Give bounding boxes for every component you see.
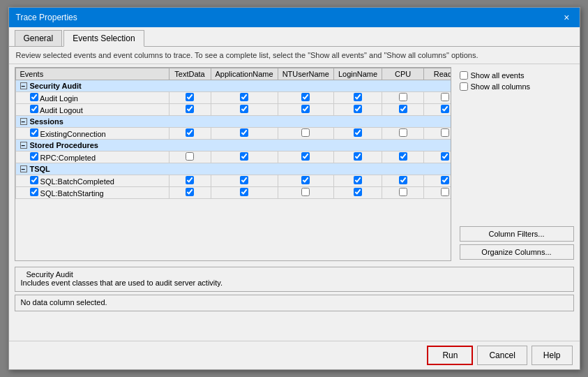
col-checkbox-login[interactable] bbox=[354, 105, 362, 113]
table-row[interactable]: RPC:Completed bbox=[15, 151, 451, 163]
table-row[interactable]: SQL:BatchStarting bbox=[15, 187, 451, 199]
event-checkbox[interactable] bbox=[30, 93, 38, 101]
col-checkbox-appname[interactable] bbox=[240, 128, 248, 137]
col-checkbox-appname[interactable] bbox=[240, 93, 248, 101]
col-checkbox-ntuser[interactable] bbox=[301, 93, 310, 101]
col-header-ntuser: NTUserName bbox=[278, 68, 333, 80]
bottom-panels: Security Audit Includes event classes th… bbox=[9, 264, 580, 341]
col-checkbox-textdata[interactable] bbox=[186, 105, 194, 113]
group-row: −Stored Procedures bbox=[15, 140, 451, 151]
table-row[interactable]: Audit Logout bbox=[15, 104, 451, 116]
col-checkbox-cpu[interactable] bbox=[399, 105, 407, 113]
col-checkbox-reads[interactable] bbox=[441, 188, 449, 196]
group-info-description: Includes event classes that are used to … bbox=[21, 279, 568, 287]
col-checkbox-ntuser[interactable] bbox=[301, 188, 310, 196]
col-checkbox-appname[interactable] bbox=[240, 152, 248, 161]
col-checkbox-login[interactable] bbox=[354, 188, 362, 196]
column-info-text: No data column selected. bbox=[21, 298, 107, 306]
col-checkbox-appname[interactable] bbox=[240, 176, 248, 184]
tab-events-selection[interactable]: Events Selection bbox=[63, 30, 144, 47]
col-checkbox-ntuser[interactable] bbox=[301, 152, 310, 161]
group-collapse-icon[interactable]: − bbox=[20, 165, 27, 172]
events-table: Events TextData ApplicationName NTUserNa… bbox=[15, 68, 451, 199]
organize-columns-button[interactable]: Organize Columns... bbox=[460, 244, 574, 260]
dialog-title: Trace Properties bbox=[16, 13, 77, 22]
col-header-events: Events bbox=[15, 68, 169, 80]
col-checkbox-login[interactable] bbox=[354, 176, 362, 184]
cancel-button[interactable]: Cancel bbox=[477, 346, 527, 365]
col-checkbox-cpu[interactable] bbox=[399, 152, 407, 161]
help-button[interactable]: Help bbox=[532, 346, 573, 365]
event-checkbox[interactable] bbox=[30, 128, 38, 137]
right-checkboxes: Show all events Show all columns bbox=[460, 68, 574, 91]
col-checkbox-cpu[interactable] bbox=[399, 93, 407, 101]
col-header-reads: Reads bbox=[424, 68, 451, 80]
group-info-box: Security Audit Includes event classes th… bbox=[15, 267, 574, 292]
event-checkbox[interactable] bbox=[30, 152, 38, 161]
dialog-buttons: Run Cancel Help bbox=[9, 341, 580, 369]
col-checkbox-ntuser[interactable] bbox=[301, 105, 310, 113]
col-checkbox-textdata[interactable] bbox=[186, 152, 194, 161]
events-table-container[interactable]: Events TextData ApplicationName NTUserNa… bbox=[15, 67, 451, 261]
group-info-title: Security Audit bbox=[24, 270, 568, 279]
show-all-columns-checkbox[interactable] bbox=[460, 82, 468, 91]
group-row: −TSQL bbox=[15, 163, 451, 175]
col-checkbox-ntuser[interactable] bbox=[301, 176, 310, 184]
close-button[interactable]: × bbox=[561, 12, 572, 23]
col-checkbox-appname[interactable] bbox=[240, 188, 248, 196]
col-checkbox-reads[interactable] bbox=[441, 105, 449, 113]
table-row[interactable]: SQL:BatchCompleted bbox=[15, 175, 451, 187]
col-checkbox-textdata[interactable] bbox=[186, 176, 194, 184]
show-all-events-checkbox[interactable] bbox=[460, 71, 468, 80]
tabs-bar: General Events Selection bbox=[9, 27, 580, 47]
col-checkbox-textdata[interactable] bbox=[186, 188, 194, 196]
col-header-login: LoginName bbox=[333, 68, 382, 80]
description-text: Review selected events and event columns… bbox=[9, 47, 580, 64]
col-checkbox-reads[interactable] bbox=[441, 93, 449, 101]
event-checkbox[interactable] bbox=[30, 176, 38, 184]
title-bar: Trace Properties × bbox=[9, 8, 580, 27]
left-panel: Events TextData ApplicationName NTUserNa… bbox=[9, 64, 454, 264]
col-checkbox-cpu[interactable] bbox=[399, 176, 407, 184]
col-checkbox-login[interactable] bbox=[354, 128, 362, 137]
main-content: Events TextData ApplicationName NTUserNa… bbox=[9, 64, 580, 264]
col-checkbox-reads[interactable] bbox=[441, 128, 449, 137]
group-collapse-icon[interactable]: − bbox=[20, 82, 27, 89]
col-checkbox-login[interactable] bbox=[354, 152, 362, 161]
group-row: −Sessions bbox=[15, 116, 451, 128]
column-filters-button[interactable]: Column Filters... bbox=[460, 226, 574, 242]
right-panel: Show all events Show all columns Column … bbox=[454, 64, 580, 264]
event-checkbox[interactable] bbox=[30, 105, 38, 113]
col-checkbox-textdata[interactable] bbox=[186, 128, 194, 137]
col-checkbox-ntuser[interactable] bbox=[301, 128, 310, 137]
col-checkbox-reads[interactable] bbox=[441, 176, 449, 184]
group-collapse-icon[interactable]: − bbox=[20, 142, 27, 149]
right-action-buttons: Column Filters... Organize Columns... bbox=[460, 226, 574, 260]
col-checkbox-reads[interactable] bbox=[441, 152, 449, 161]
group-collapse-icon[interactable]: − bbox=[20, 118, 27, 125]
table-row[interactable]: ExistingConnection bbox=[15, 128, 451, 140]
event-checkbox[interactable] bbox=[30, 188, 38, 196]
table-row[interactable]: Audit Login bbox=[15, 92, 451, 104]
col-header-appname: ApplicationName bbox=[211, 68, 278, 80]
group-row: −Security Audit bbox=[15, 80, 451, 92]
tab-general[interactable]: General bbox=[15, 30, 63, 46]
col-checkbox-cpu[interactable] bbox=[399, 128, 407, 137]
col-header-textdata: TextData bbox=[169, 68, 211, 80]
col-checkbox-cpu[interactable] bbox=[399, 188, 407, 196]
col-checkbox-textdata[interactable] bbox=[186, 93, 194, 101]
col-header-cpu: CPU bbox=[382, 68, 424, 80]
col-checkbox-appname[interactable] bbox=[240, 105, 248, 113]
column-info-box: No data column selected. bbox=[15, 295, 574, 311]
col-checkbox-login[interactable] bbox=[354, 93, 362, 101]
show-all-columns-label[interactable]: Show all columns bbox=[460, 82, 574, 91]
trace-properties-dialog: Trace Properties × General Events Select… bbox=[8, 7, 580, 370]
run-button[interactable]: Run bbox=[427, 346, 473, 365]
info-box: Security Audit Includes event classes th… bbox=[15, 267, 574, 338]
show-all-events-label[interactable]: Show all events bbox=[460, 71, 574, 80]
